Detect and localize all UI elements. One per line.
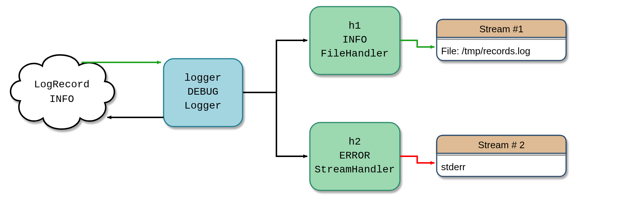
stream-1-title: Stream # 2: [478, 139, 525, 150]
stream-0-title: Stream #1: [479, 23, 523, 34]
stream-1-node: Stream #1 File: /tmp/records.log: [437, 19, 566, 61]
arrow-logger-to-h2: [243, 92, 307, 156]
logger-line1: logger: [185, 72, 222, 84]
arrow-logger-to-h1: [243, 40, 307, 92]
logger-line3: Logger: [185, 100, 222, 112]
handler-1-line3: StreamHandler: [315, 164, 395, 175]
stream-1-body: stderr: [441, 161, 466, 172]
handler-0-line1: h1: [348, 20, 361, 32]
stream-0-body: File: /tmp/records.log: [441, 45, 530, 56]
arrow-h1-to-stream1: [400, 40, 434, 47]
handler-h1-node: h1 INFO FileHandler: [310, 7, 400, 74]
handler-1-line2: ERROR: [339, 150, 370, 161]
logrecord-cloud: [11, 55, 115, 129]
handler-h2-node: h2 ERROR StreamHandler: [310, 123, 400, 190]
handler-0-line2: INFO: [342, 34, 367, 45]
logrecord-line1: LogRecord: [34, 79, 89, 90]
logger-node: logger DEBUG Logger: [164, 59, 243, 127]
logger-line2: DEBUG: [187, 86, 218, 98]
arrow-h2-to-stream2: [400, 156, 434, 163]
handler-1-line1: h2: [348, 136, 361, 147]
logrecord-line2: INFO: [49, 94, 74, 105]
stream-2-node: Stream # 2 stderr: [437, 135, 566, 176]
handler-0-line3: FileHandler: [321, 48, 389, 59]
